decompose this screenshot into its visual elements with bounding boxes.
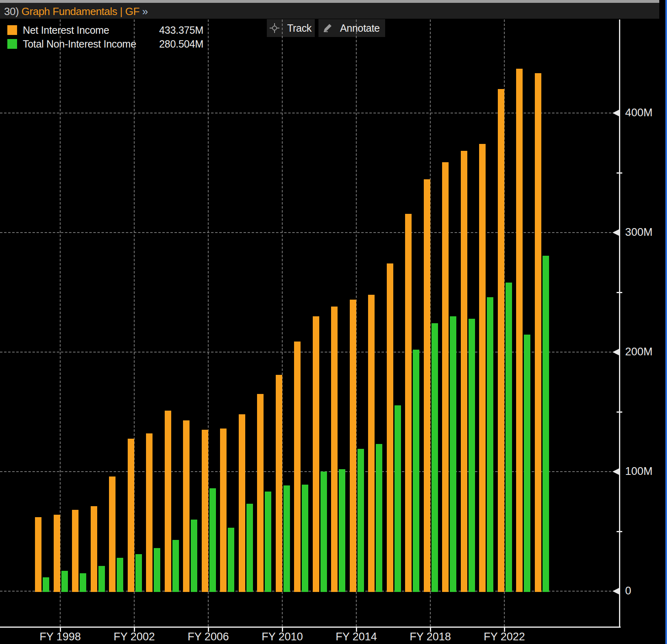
bar-total-non-interest-income-2010 xyxy=(283,485,290,592)
bar-total-non-interest-income-1997 xyxy=(43,577,49,592)
bar-total-non-interest-income-1998 xyxy=(61,571,68,592)
bar-total-non-interest-income-2022 xyxy=(506,283,512,592)
bar-total-non-interest-income-2023 xyxy=(524,335,530,592)
bar-total-non-interest-income-2004 xyxy=(172,540,179,592)
bar-net-interest-income-2017 xyxy=(405,214,412,592)
bar-net-interest-income-1997 xyxy=(35,517,41,592)
bar-total-non-interest-income-2013 xyxy=(339,469,345,592)
y-tick-label-200M: 200M xyxy=(625,346,653,358)
bar-total-non-interest-income-2018 xyxy=(432,323,438,592)
bar-total-non-interest-income-2014 xyxy=(357,449,364,592)
x-axis-label-fy-1998: FY 1998 xyxy=(39,631,81,643)
bar-net-interest-income-2004 xyxy=(165,411,171,592)
bar-total-non-interest-income-1999 xyxy=(80,573,86,592)
legend-row-total-non-interest-income: Total Non-Interest Income 280.504M xyxy=(7,37,203,50)
bar-total-non-interest-income-2006 xyxy=(209,488,216,592)
bar-net-interest-income-1999 xyxy=(72,510,78,592)
y-minor-tick-150 xyxy=(617,411,622,413)
bar-net-interest-income-2018 xyxy=(424,179,430,592)
y-tick-label-0: 0 xyxy=(625,585,631,597)
gridline-h-400 xyxy=(0,113,619,113)
title-chevrons: » xyxy=(142,5,148,17)
bar-net-interest-income-2021 xyxy=(479,144,486,592)
x-axis-label-fy-2010: FY 2010 xyxy=(262,631,303,643)
x-axis-line xyxy=(0,627,621,628)
y-tick-arrow-400 xyxy=(613,110,619,116)
bar-net-interest-income-2005 xyxy=(183,420,190,592)
y-axis-line xyxy=(619,20,620,627)
bar-net-interest-income-2020 xyxy=(461,151,467,592)
bar-net-interest-income-2016 xyxy=(387,263,393,592)
bar-net-interest-income-2009 xyxy=(257,394,264,592)
bar-net-interest-income-2003 xyxy=(146,433,153,592)
bar-net-interest-income-2008 xyxy=(239,414,245,592)
legend-value: 433.375M xyxy=(159,24,203,36)
bar-total-non-interest-income-2024 xyxy=(543,256,549,592)
legend-value: 280.504M xyxy=(159,38,203,50)
bar-net-interest-income-2000 xyxy=(91,506,97,592)
y-tick-arrow-100 xyxy=(613,468,619,475)
x-axis-label-fy-2018: FY 2018 xyxy=(410,631,451,643)
title-index: 30) xyxy=(4,5,19,17)
bar-total-non-interest-income-2020 xyxy=(469,319,475,592)
bar-net-interest-income-2011 xyxy=(294,342,301,592)
plot-area[interactable]: 0100M200M300M400MFY 1998FY 2002FY 2006FY… xyxy=(0,0,667,644)
bar-total-non-interest-income-2008 xyxy=(246,504,253,592)
legend: Net Interest Income 433.375M Total Non-I… xyxy=(3,23,203,50)
annotate-label: Annotate xyxy=(340,22,380,34)
y-tick-label-100M: 100M xyxy=(625,465,653,478)
y-tick-arrow-300 xyxy=(613,229,619,236)
bar-total-non-interest-income-2015 xyxy=(376,444,382,592)
bar-net-interest-income-2023 xyxy=(516,69,523,592)
y-tick-arrow-0 xyxy=(613,588,619,594)
bar-total-non-interest-income-2007 xyxy=(228,528,234,592)
bar-net-interest-income-2015 xyxy=(368,295,375,592)
legend-swatch-orange xyxy=(7,25,17,35)
legend-swatch-green xyxy=(7,39,17,49)
x-axis-label-fy-2006: FY 2006 xyxy=(187,631,229,643)
x-axis-label-fy-2002: FY 2002 xyxy=(113,631,155,643)
gridline-h-300 xyxy=(0,232,619,233)
bar-total-non-interest-income-2005 xyxy=(191,520,197,592)
bar-total-non-interest-income-2001 xyxy=(117,558,123,592)
bar-total-non-interest-income-2016 xyxy=(395,405,401,592)
y-tick-label-400M: 400M xyxy=(625,107,653,119)
bar-net-interest-income-2006 xyxy=(202,430,208,592)
track-button[interactable]: Track xyxy=(269,19,312,37)
bar-net-interest-income-2001 xyxy=(109,476,116,592)
bar-total-non-interest-income-2017 xyxy=(413,350,419,592)
title-main: Graph Fundamentals | GF xyxy=(19,5,142,17)
bar-total-non-interest-income-2011 xyxy=(302,485,308,592)
x-axis-label-fy-2022: FY 2022 xyxy=(484,631,525,643)
titlebar-top-strip xyxy=(0,0,659,3)
x-axis-label-fy-2014: FY 2014 xyxy=(336,631,377,643)
bar-net-interest-income-2007 xyxy=(220,429,227,592)
bar-net-interest-income-2002 xyxy=(128,439,134,592)
y-tick-arrow-200 xyxy=(613,349,619,355)
bar-net-interest-income-1998 xyxy=(54,515,60,592)
legend-label: Total Non-Interest Income xyxy=(23,38,136,50)
right-edge-accent xyxy=(665,0,667,644)
crosshair-icon xyxy=(269,23,280,33)
bar-net-interest-income-2013 xyxy=(331,307,338,592)
bar-net-interest-income-2022 xyxy=(498,89,504,592)
y-minor-tick-50 xyxy=(617,531,622,532)
pencil-icon xyxy=(322,23,333,33)
y-minor-tick-350 xyxy=(617,172,622,174)
bar-total-non-interest-income-2009 xyxy=(265,492,271,592)
bar-total-non-interest-income-2012 xyxy=(320,472,327,592)
bar-total-non-interest-income-2021 xyxy=(487,297,493,592)
bar-total-non-interest-income-2002 xyxy=(135,554,142,592)
page-title: 30) Graph Fundamentals | GF » xyxy=(4,5,148,18)
bar-net-interest-income-2012 xyxy=(313,316,319,592)
bar-net-interest-income-2014 xyxy=(350,300,356,592)
annotate-button[interactable]: Annotate xyxy=(322,19,380,37)
track-label: Track xyxy=(287,22,312,34)
bar-net-interest-income-2010 xyxy=(276,375,282,592)
bar-total-non-interest-income-2000 xyxy=(98,566,105,592)
bar-net-interest-income-2024 xyxy=(535,73,541,592)
bar-total-non-interest-income-2019 xyxy=(450,316,456,592)
y-tick-label-300M: 300M xyxy=(625,226,653,239)
legend-row-net-interest-income: Net Interest Income 433.375M xyxy=(7,24,203,37)
y-minor-tick-250 xyxy=(617,292,622,293)
